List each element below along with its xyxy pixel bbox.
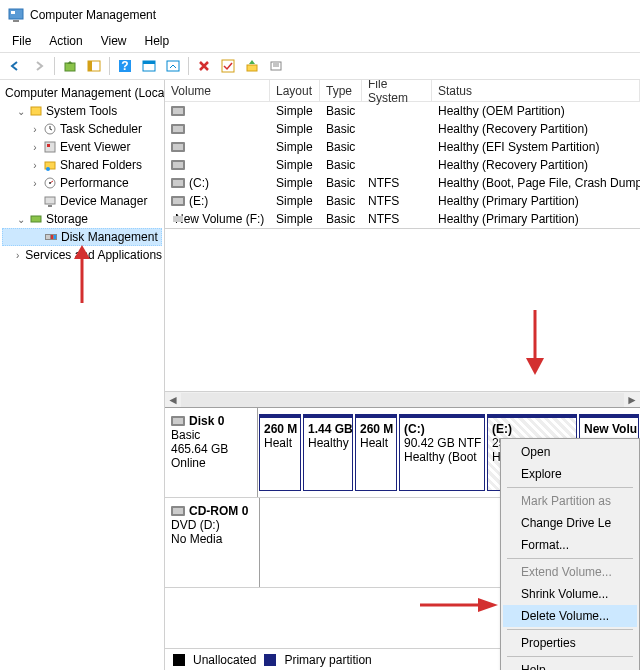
col-layout: Layout: [270, 80, 320, 101]
partition[interactable]: 260 MHealt: [355, 414, 397, 491]
menu-file[interactable]: File: [4, 32, 39, 50]
forward-button[interactable]: [28, 55, 50, 77]
volume-row[interactable]: SimpleBasicHealthy (EFI System Partition…: [165, 138, 640, 156]
svg-rect-31: [54, 235, 56, 239]
volume-row[interactable]: (E:)SimpleBasicNTFSHealthy (Primary Part…: [165, 192, 640, 210]
col-filesystem: File System: [362, 80, 432, 101]
annotation-arrow-tree: [70, 245, 94, 303]
tree-performance[interactable]: ›Performance: [2, 174, 162, 192]
delete-button[interactable]: [193, 55, 215, 77]
svg-text:?: ?: [121, 59, 128, 73]
svg-rect-3: [65, 63, 75, 71]
menu-item[interactable]: Change Drive Le: [503, 512, 637, 534]
svg-rect-25: [45, 197, 55, 204]
action1-button[interactable]: [241, 55, 263, 77]
svg-rect-9: [143, 61, 155, 64]
options-button[interactable]: [138, 55, 160, 77]
volume-row[interactable]: (C:)SimpleBasicNTFSHealthy (Boot, Page F…: [165, 174, 640, 192]
menu-item[interactable]: Delete Volume...: [503, 605, 637, 627]
tree-device-manager[interactable]: Device Manager: [2, 192, 162, 210]
svg-rect-30: [51, 235, 53, 239]
menu-item[interactable]: Explore: [503, 463, 637, 485]
annotation-arrow-menu: [420, 595, 498, 615]
menu-item: Extend Volume...: [503, 561, 637, 583]
svg-rect-2: [13, 20, 19, 22]
partition[interactable]: 1.44 GBHealthy: [303, 414, 353, 491]
refresh-button[interactable]: [162, 55, 184, 77]
tree-task-scheduler[interactable]: ›Task Scheduler: [2, 120, 162, 138]
help-button[interactable]: ?: [114, 55, 136, 77]
volume-row[interactable]: SimpleBasicHealthy (OEM Partition): [165, 102, 640, 120]
col-volume: Volume: [165, 80, 270, 101]
tree-system-tools[interactable]: ⌄System Tools: [2, 102, 162, 120]
nav-tree[interactable]: Computer Management (Local ⌄System Tools…: [0, 80, 165, 670]
show-hide-button[interactable]: [83, 55, 105, 77]
titlebar: Computer Management: [0, 0, 640, 30]
svg-rect-5: [88, 61, 92, 71]
legend-primary: Primary partition: [284, 653, 371, 667]
up-button[interactable]: [59, 55, 81, 77]
svg-rect-26: [48, 205, 52, 207]
col-status: Status: [432, 80, 640, 101]
annotation-arrow-partition: [520, 310, 550, 378]
svg-rect-27: [31, 216, 41, 222]
menu-item[interactable]: Format...: [503, 534, 637, 556]
tree-root[interactable]: Computer Management (Local: [2, 84, 162, 102]
volume-row[interactable]: SimpleBasicHealthy (Recovery Partition): [165, 120, 640, 138]
back-button[interactable]: [4, 55, 26, 77]
svg-rect-12: [247, 65, 257, 71]
menu-help[interactable]: Help: [137, 32, 178, 50]
menubar: File Action View Help: [0, 30, 640, 52]
menu-item: Mark Partition as: [503, 490, 637, 512]
context-menu[interactable]: OpenExploreMark Partition asChange Drive…: [500, 438, 640, 670]
svg-rect-20: [47, 144, 50, 147]
svg-point-22: [46, 167, 50, 171]
menu-item[interactable]: Open: [503, 441, 637, 463]
app-icon: [8, 7, 24, 23]
menu-action[interactable]: Action: [41, 32, 90, 50]
tree-storage[interactable]: ⌄Storage: [2, 210, 162, 228]
svg-rect-10: [167, 61, 179, 71]
volume-header[interactable]: Volume Layout Type File System Status: [165, 80, 640, 102]
menu-item[interactable]: Shrink Volume...: [503, 583, 637, 605]
volume-row[interactable]: SimpleBasicHealthy (Recovery Partition): [165, 156, 640, 174]
svg-point-24: [49, 182, 51, 184]
svg-rect-29: [46, 235, 50, 239]
menu-view[interactable]: View: [93, 32, 135, 50]
legend-unallocated: Unallocated: [193, 653, 256, 667]
legend-unallocated-swatch: [173, 654, 185, 666]
partition[interactable]: (C:)90.42 GB NTFHealthy (Boot: [399, 414, 485, 491]
svg-rect-1: [11, 11, 15, 14]
check-button[interactable]: [217, 55, 239, 77]
tree-shared-folders[interactable]: ›Shared Folders: [2, 156, 162, 174]
h-scrollbar[interactable]: ◄►: [165, 391, 640, 407]
menu-item[interactable]: Help: [503, 659, 637, 670]
volume-list[interactable]: Volume Layout Type File System Status Si…: [165, 80, 640, 229]
svg-rect-17: [31, 107, 41, 115]
action2-button[interactable]: [265, 55, 287, 77]
col-type: Type: [320, 80, 362, 101]
menu-item[interactable]: Properties: [503, 632, 637, 654]
partition[interactable]: 260 MHealt: [259, 414, 301, 491]
window-title: Computer Management: [30, 8, 156, 22]
legend-primary-swatch: [264, 654, 276, 666]
svg-rect-11: [222, 60, 234, 72]
tree-disk-management[interactable]: Disk Management: [2, 228, 162, 246]
tree-event-viewer[interactable]: ›Event Viewer: [2, 138, 162, 156]
toolbar: ?: [0, 52, 640, 80]
volume-row[interactable]: New Volume (F:)SimpleBasicNTFSHealthy (P…: [165, 210, 640, 228]
